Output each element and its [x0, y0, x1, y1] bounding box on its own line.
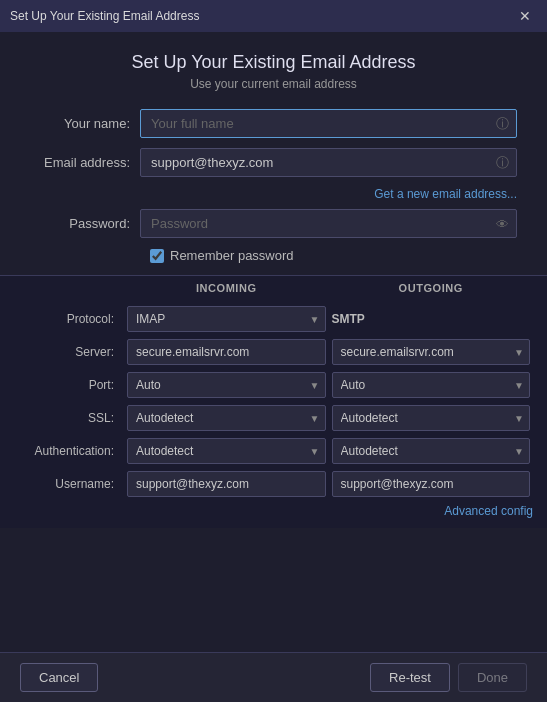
header-spacer [14, 276, 124, 298]
email-address-input[interactable] [140, 148, 517, 177]
done-button[interactable]: Done [458, 663, 527, 692]
server-section: INCOMING OUTGOING Protocol: IMAP POP3 ▼ … [0, 276, 547, 528]
incoming-ssl-col: Autodetect SSL/TLS STARTTLS None ▼ [124, 405, 329, 431]
title-bar-text: Set Up Your Existing Email Address [10, 9, 199, 23]
info-icon-email: ⓘ [496, 154, 509, 172]
auth-label: Authentication: [14, 444, 124, 458]
your-name-label: Your name: [30, 116, 140, 131]
info-icon: ⓘ [496, 115, 509, 133]
email-address-row: Email address: ⓘ [30, 148, 517, 177]
your-name-input[interactable] [140, 109, 517, 138]
retest-button[interactable]: Re-test [370, 663, 450, 692]
remember-password-checkbox[interactable] [150, 249, 164, 263]
outgoing-ssl-col: Autodetect SSL/TLS STARTTLS None ▼ [329, 405, 534, 431]
protocol-row: Protocol: IMAP POP3 ▼ SMTP [14, 306, 533, 332]
outgoing-server-select[interactable]: secure.emailsrvr.com [332, 339, 531, 365]
advanced-config-row: Advanced config [14, 504, 533, 518]
incoming-server-col [124, 339, 329, 365]
outgoing-auth-col: Autodetect Normal password OAuth2 ▼ [329, 438, 534, 464]
dialog-content: Set Up Your Existing Email Address Use y… [0, 32, 547, 263]
close-button[interactable]: ✕ [513, 6, 537, 26]
outgoing-ssl-select-wrapper: Autodetect SSL/TLS STARTTLS None ▼ [332, 405, 531, 431]
outgoing-auth-select-wrapper: Autodetect Normal password OAuth2 ▼ [332, 438, 531, 464]
dialog-title: Set Up Your Existing Email Address [30, 52, 517, 73]
incoming-username-col [124, 471, 329, 497]
ssl-row: SSL: Autodetect SSL/TLS STARTTLS None ▼ … [14, 405, 533, 431]
get-new-email-link[interactable]: Get a new email address... [374, 187, 517, 201]
password-input[interactable] [140, 209, 517, 238]
incoming-ssl-select-wrapper: Autodetect SSL/TLS STARTTLS None ▼ [127, 405, 326, 431]
outgoing-server-select-wrapper: secure.emailsrvr.com ▼ [332, 339, 531, 365]
eye-icon[interactable]: 👁 [496, 216, 509, 231]
dialog-subtitle: Use your current email address [30, 77, 517, 91]
footer-right-buttons: Re-test Done [370, 663, 527, 692]
cancel-button[interactable]: Cancel [20, 663, 98, 692]
outgoing-protocol-label: SMTP [329, 312, 534, 326]
advanced-config-link[interactable]: Advanced config [444, 504, 533, 518]
ssl-label: SSL: [14, 411, 124, 425]
port-row: Port: Auto 993 143 ▼ Auto 587 465 ▼ [14, 372, 533, 398]
server-headers-row: INCOMING OUTGOING [14, 276, 533, 298]
title-bar: Set Up Your Existing Email Address ✕ [0, 0, 547, 32]
outgoing-username-col [329, 471, 534, 497]
port-label: Port: [14, 378, 124, 392]
protocol-label: Protocol: [14, 312, 124, 326]
incoming-auth-col: Autodetect Normal password OAuth2 ▼ [124, 438, 329, 464]
incoming-auth-select-wrapper: Autodetect Normal password OAuth2 ▼ [127, 438, 326, 464]
outgoing-ssl-select[interactable]: Autodetect SSL/TLS STARTTLS None [332, 405, 531, 431]
incoming-server-input[interactable] [127, 339, 326, 365]
incoming-port-select[interactable]: Auto 993 143 [127, 372, 326, 398]
incoming-protocol-select-wrapper: IMAP POP3 ▼ [127, 306, 326, 332]
remember-password-row: Remember password [150, 248, 517, 263]
outgoing-username-input[interactable] [332, 471, 531, 497]
username-row: Username: [14, 471, 533, 497]
outgoing-port-select[interactable]: Auto 587 465 [332, 372, 531, 398]
incoming-port-select-wrapper: Auto 993 143 ▼ [127, 372, 326, 398]
incoming-username-input[interactable] [127, 471, 326, 497]
outgoing-server-col: secure.emailsrvr.com ▼ [329, 339, 534, 365]
outgoing-port-select-wrapper: Auto 587 465 ▼ [332, 372, 531, 398]
dialog-header: Set Up Your Existing Email Address Use y… [30, 52, 517, 91]
incoming-ssl-select[interactable]: Autodetect SSL/TLS STARTTLS None [127, 405, 326, 431]
password-label: Password: [30, 216, 140, 231]
password-input-wrapper: 👁 [140, 209, 517, 238]
get-new-email-row: Get a new email address... [30, 187, 517, 201]
footer: Cancel Re-test Done [0, 652, 547, 702]
your-name-input-wrapper: ⓘ [140, 109, 517, 138]
incoming-header: INCOMING [124, 276, 329, 298]
username-label: Username: [14, 477, 124, 491]
password-row: Password: 👁 [30, 209, 517, 238]
your-name-row: Your name: ⓘ [30, 109, 517, 138]
incoming-protocol-wrapper: IMAP POP3 ▼ [124, 306, 329, 332]
incoming-auth-select[interactable]: Autodetect Normal password OAuth2 [127, 438, 326, 464]
auth-row: Authentication: Autodetect Normal passwo… [14, 438, 533, 464]
email-address-input-wrapper: ⓘ [140, 148, 517, 177]
server-row: Server: secure.emailsrvr.com ▼ [14, 339, 533, 365]
incoming-port-col: Auto 993 143 ▼ [124, 372, 329, 398]
outgoing-header: OUTGOING [329, 276, 534, 298]
remember-password-label[interactable]: Remember password [170, 248, 294, 263]
outgoing-port-col: Auto 587 465 ▼ [329, 372, 534, 398]
outgoing-auth-select[interactable]: Autodetect Normal password OAuth2 [332, 438, 531, 464]
email-address-label: Email address: [30, 155, 140, 170]
server-label: Server: [14, 345, 124, 359]
incoming-protocol-select[interactable]: IMAP POP3 [127, 306, 326, 332]
